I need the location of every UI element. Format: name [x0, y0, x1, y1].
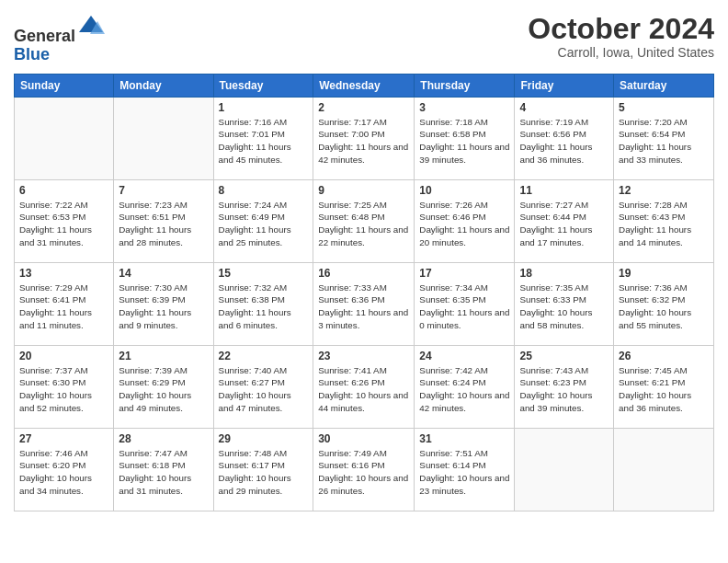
day-number: 19	[619, 267, 709, 280]
day-number: 25	[519, 350, 609, 362]
cell-info: Sunrise: 7:39 AM Sunset: 6:29 PM Dayligh…	[119, 364, 208, 415]
cell-w0-d4: 3Sunrise: 7:18 AM Sunset: 6:58 PM Daylig…	[415, 97, 515, 179]
cell-info: Sunrise: 7:46 AM Sunset: 6:20 PM Dayligh…	[19, 447, 108, 498]
cell-w1-d3: 9Sunrise: 7:25 AM Sunset: 6:48 PM Daylig…	[313, 179, 415, 262]
day-number: 29	[219, 432, 309, 445]
cell-w0-d5: 4Sunrise: 7:19 AM Sunset: 6:56 PM Daylig…	[515, 97, 614, 179]
cell-w2-d2: 15Sunrise: 7:32 AM Sunset: 6:38 PM Dayli…	[213, 262, 313, 345]
month-title: October 2024	[528, 14, 714, 43]
week-row-1: 6Sunrise: 7:22 AM Sunset: 6:53 PM Daylig…	[15, 179, 714, 262]
cell-info: Sunrise: 7:37 AM Sunset: 6:30 PM Dayligh…	[19, 364, 108, 415]
cell-w2-d1: 14Sunrise: 7:30 AM Sunset: 6:39 PM Dayli…	[114, 262, 213, 345]
day-number: 3	[419, 101, 509, 114]
cell-w0-d6: 5Sunrise: 7:20 AM Sunset: 6:54 PM Daylig…	[614, 97, 714, 179]
cell-info: Sunrise: 7:48 AM Sunset: 6:17 PM Dayligh…	[219, 447, 309, 498]
week-row-4: 27Sunrise: 7:46 AM Sunset: 6:20 PM Dayli…	[15, 428, 714, 511]
cell-info: Sunrise: 7:19 AM Sunset: 6:56 PM Dayligh…	[519, 116, 609, 167]
cell-w3-d1: 21Sunrise: 7:39 AM Sunset: 6:29 PM Dayli…	[114, 345, 213, 428]
location: Carroll, Iowa, United States	[528, 45, 714, 60]
logo-blue-text: Blue	[14, 45, 50, 63]
cell-w3-d0: 20Sunrise: 7:37 AM Sunset: 6:30 PM Dayli…	[15, 345, 114, 428]
week-row-2: 13Sunrise: 7:29 AM Sunset: 6:41 PM Dayli…	[15, 262, 714, 345]
day-number: 20	[19, 350, 108, 362]
cell-w4-d1: 28Sunrise: 7:47 AM Sunset: 6:18 PM Dayli…	[114, 428, 213, 511]
col-monday: Monday	[114, 74, 213, 97]
cell-info: Sunrise: 7:27 AM Sunset: 6:44 PM Dayligh…	[519, 199, 609, 249]
cell-w4-d4: 31Sunrise: 7:51 AM Sunset: 6:14 PM Dayli…	[415, 428, 515, 511]
cell-w4-d0: 27Sunrise: 7:46 AM Sunset: 6:20 PM Dayli…	[15, 428, 114, 511]
cell-info: Sunrise: 7:17 AM Sunset: 7:00 PM Dayligh…	[318, 116, 409, 167]
day-number: 14	[119, 267, 208, 280]
cell-w0-d0	[15, 97, 114, 179]
cell-info: Sunrise: 7:45 AM Sunset: 6:21 PM Dayligh…	[619, 364, 709, 415]
day-number: 31	[419, 432, 509, 445]
day-number: 18	[519, 267, 609, 280]
col-sunday: Sunday	[15, 74, 114, 97]
day-number: 17	[419, 267, 509, 280]
cell-info: Sunrise: 7:40 AM Sunset: 6:27 PM Dayligh…	[219, 364, 309, 415]
cell-info: Sunrise: 7:22 AM Sunset: 6:53 PM Dayligh…	[19, 199, 108, 249]
day-number: 10	[419, 184, 509, 197]
cell-w4-d3: 30Sunrise: 7:49 AM Sunset: 6:16 PM Dayli…	[313, 428, 415, 511]
day-number: 11	[519, 184, 609, 197]
day-number: 13	[19, 267, 108, 280]
cell-w2-d6: 19Sunrise: 7:36 AM Sunset: 6:32 PM Dayli…	[614, 262, 714, 345]
cell-info: Sunrise: 7:47 AM Sunset: 6:18 PM Dayligh…	[119, 447, 208, 498]
cell-w3-d5: 25Sunrise: 7:43 AM Sunset: 6:23 PM Dayli…	[515, 345, 614, 428]
logo-general-text: General	[14, 27, 75, 45]
col-wednesday: Wednesday	[313, 74, 415, 97]
cell-info: Sunrise: 7:32 AM Sunset: 6:38 PM Dayligh…	[219, 282, 309, 332]
day-number: 2	[318, 101, 409, 114]
week-row-0: 1Sunrise: 7:16 AM Sunset: 7:01 PM Daylig…	[15, 97, 714, 179]
cell-info: Sunrise: 7:30 AM Sunset: 6:39 PM Dayligh…	[119, 282, 208, 332]
cell-info: Sunrise: 7:34 AM Sunset: 6:35 PM Dayligh…	[419, 282, 509, 332]
cell-info: Sunrise: 7:28 AM Sunset: 6:43 PM Dayligh…	[619, 199, 709, 249]
cell-info: Sunrise: 7:41 AM Sunset: 6:26 PM Dayligh…	[318, 364, 409, 415]
cell-info: Sunrise: 7:16 AM Sunset: 7:01 PM Dayligh…	[219, 116, 309, 167]
day-number: 4	[519, 101, 609, 114]
cell-w0-d3: 2Sunrise: 7:17 AM Sunset: 7:00 PM Daylig…	[313, 97, 415, 179]
cell-info: Sunrise: 7:35 AM Sunset: 6:33 PM Dayligh…	[519, 282, 609, 332]
page: General Blue October 2024 Carroll, Iowa,…	[0, 0, 728, 563]
cell-w4-d6	[614, 428, 714, 511]
day-number: 8	[219, 184, 309, 197]
cell-info: Sunrise: 7:36 AM Sunset: 6:32 PM Dayligh…	[619, 282, 709, 332]
title-block: October 2024 Carroll, Iowa, United State…	[528, 14, 714, 60]
cell-info: Sunrise: 7:43 AM Sunset: 6:23 PM Dayligh…	[519, 364, 609, 415]
cell-info: Sunrise: 7:26 AM Sunset: 6:46 PM Dayligh…	[419, 199, 509, 249]
day-number: 7	[119, 184, 208, 197]
cell-w3-d2: 22Sunrise: 7:40 AM Sunset: 6:27 PM Dayli…	[213, 345, 313, 428]
cell-info: Sunrise: 7:29 AM Sunset: 6:41 PM Dayligh…	[19, 282, 108, 332]
col-thursday: Thursday	[415, 74, 515, 97]
cell-w1-d4: 10Sunrise: 7:26 AM Sunset: 6:46 PM Dayli…	[415, 179, 515, 262]
cell-info: Sunrise: 7:42 AM Sunset: 6:24 PM Dayligh…	[419, 364, 509, 415]
cell-w1-d5: 11Sunrise: 7:27 AM Sunset: 6:44 PM Dayli…	[515, 179, 614, 262]
cell-info: Sunrise: 7:18 AM Sunset: 6:58 PM Dayligh…	[419, 116, 509, 167]
calendar-header-row: Sunday Monday Tuesday Wednesday Thursday…	[15, 74, 714, 97]
cell-info: Sunrise: 7:24 AM Sunset: 6:49 PM Dayligh…	[219, 199, 309, 249]
day-number: 1	[219, 101, 309, 114]
day-number: 28	[119, 432, 208, 445]
cell-info: Sunrise: 7:33 AM Sunset: 6:36 PM Dayligh…	[318, 282, 409, 332]
logo-icon	[77, 14, 105, 41]
cell-w1-d6: 12Sunrise: 7:28 AM Sunset: 6:43 PM Dayli…	[614, 179, 714, 262]
logo: General Blue	[14, 14, 105, 64]
day-number: 21	[119, 350, 208, 362]
day-number: 12	[619, 184, 709, 197]
cell-w2-d4: 17Sunrise: 7:34 AM Sunset: 6:35 PM Dayli…	[415, 262, 515, 345]
cell-w3-d4: 24Sunrise: 7:42 AM Sunset: 6:24 PM Dayli…	[415, 345, 515, 428]
cell-info: Sunrise: 7:23 AM Sunset: 6:51 PM Dayligh…	[119, 199, 208, 249]
day-number: 24	[419, 350, 509, 362]
day-number: 26	[619, 350, 709, 362]
cell-w3-d6: 26Sunrise: 7:45 AM Sunset: 6:21 PM Dayli…	[614, 345, 714, 428]
day-number: 23	[318, 350, 409, 362]
day-number: 22	[219, 350, 309, 362]
header: General Blue October 2024 Carroll, Iowa,…	[14, 14, 714, 64]
cell-info: Sunrise: 7:25 AM Sunset: 6:48 PM Dayligh…	[318, 199, 409, 249]
cell-info: Sunrise: 7:20 AM Sunset: 6:54 PM Dayligh…	[619, 116, 709, 167]
day-number: 30	[318, 432, 409, 445]
cell-w4-d5	[515, 428, 614, 511]
cell-w1-d0: 6Sunrise: 7:22 AM Sunset: 6:53 PM Daylig…	[15, 179, 114, 262]
day-number: 6	[19, 184, 108, 197]
week-row-3: 20Sunrise: 7:37 AM Sunset: 6:30 PM Dayli…	[15, 345, 714, 428]
